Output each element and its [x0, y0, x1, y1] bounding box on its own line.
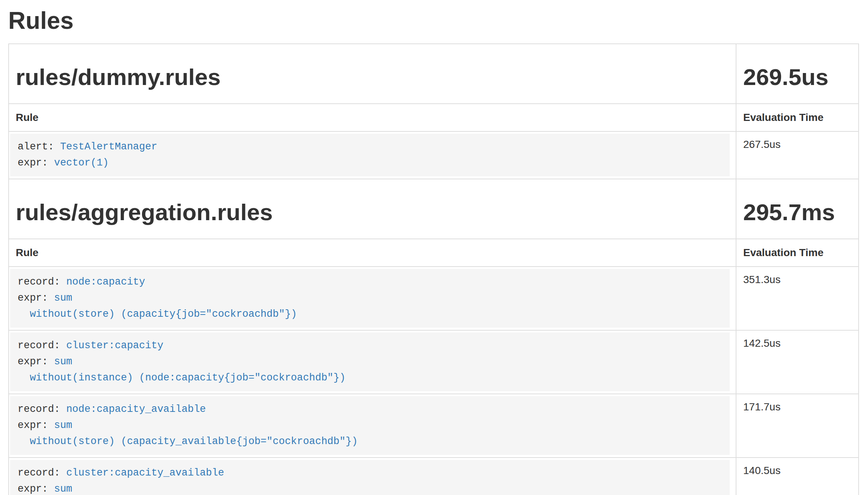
rule-cell: record: node:capacityexpr: sum without(s… — [9, 267, 736, 330]
column-header-evaluation-time: Evaluation Time — [736, 239, 859, 267]
rule-row: record: cluster:capacity_availableexpr: … — [9, 458, 859, 495]
group-file-name: rules/dummy.rules — [16, 64, 729, 90]
expression-link[interactable]: node:capacity — [66, 276, 145, 288]
rule-keyword: expr: — [18, 292, 54, 304]
rule-code-line: alert: TestAlertManager — [18, 139, 722, 155]
group-header-row: rules/dummy.rules 269.5us — [9, 44, 859, 104]
rule-code-line: expr: vector(1) — [18, 155, 722, 171]
rule-code-block: record: cluster:capacityexpr: sum withou… — [10, 332, 730, 391]
expression-link[interactable]: node:capacity_available — [66, 404, 206, 415]
rule-keyword: record: — [18, 276, 66, 288]
rule-code-line: expr: sum — [18, 417, 722, 434]
column-header-rule: Rule — [9, 104, 736, 131]
rule-evaluation-time: 140.5us — [736, 458, 859, 495]
rule-code-line: expr: sum — [18, 481, 722, 495]
group-file-cell: rules/dummy.rules — [9, 44, 736, 104]
rule-code-block: record: node:capacityexpr: sum without(s… — [10, 269, 730, 328]
rule-code-line: record: cluster:capacity — [18, 338, 722, 354]
rule-code-line: expr: sum — [18, 354, 722, 370]
group-evaluation-time: 295.7ms — [743, 200, 852, 225]
rule-keyword: alert: — [18, 141, 60, 152]
column-header-row: Rule Evaluation Time — [9, 104, 859, 131]
rule-code-line: record: node:capacity_available — [18, 401, 722, 417]
column-header-row: Rule Evaluation Time — [9, 239, 859, 267]
page-title: Rules — [8, 7, 858, 34]
rule-code-line: record: node:capacity — [18, 274, 722, 290]
expression-link[interactable]: sum — [54, 420, 72, 431]
rule-keyword: expr: — [18, 420, 54, 431]
rule-keyword: record: — [18, 340, 66, 351]
rule-evaluation-time: 142.5us — [736, 330, 859, 394]
rule-code-line: record: cluster:capacity_available — [18, 465, 722, 481]
expression-link[interactable]: cluster:capacity — [66, 340, 163, 351]
rule-keyword: expr: — [18, 483, 54, 495]
rule-code-line: without(instance) (node:capacity{job="co… — [18, 370, 722, 386]
expression-link[interactable]: sum — [54, 356, 72, 367]
expression-link[interactable]: cluster:capacity_available — [66, 467, 224, 479]
expression-link[interactable]: sum — [54, 292, 72, 304]
rule-keyword: expr: — [18, 356, 54, 367]
rule-row: record: node:capacityexpr: sum without(s… — [9, 267, 859, 330]
group-file-name: rules/aggregation.rules — [16, 200, 729, 225]
rule-cell: alert: TestAlertManagerexpr: vector(1) — [9, 131, 736, 179]
rule-evaluation-time: 351.3us — [736, 267, 859, 330]
rule-code-line: expr: sum — [18, 290, 722, 306]
rules-page: { "page": { "title": "Rules" }, "table":… — [0, 0, 868, 495]
rule-code-line: without(store) (capacity_available{job="… — [18, 434, 722, 450]
group-evaluation-time-cell: 295.7ms — [736, 179, 859, 239]
column-header-evaluation-time: Evaluation Time — [736, 104, 859, 131]
expression-link[interactable]: vector(1) — [54, 157, 109, 168]
group-evaluation-time-cell: 269.5us — [736, 44, 859, 104]
expression-link[interactable]: without(store) (capacity_available{job="… — [18, 436, 358, 447]
rule-keyword: record: — [18, 467, 66, 479]
group-evaluation-time: 269.5us — [743, 64, 852, 90]
rule-cell: record: cluster:capacity_availableexpr: … — [9, 458, 736, 495]
expression-link[interactable]: without(instance) (node:capacity{job="co… — [18, 372, 346, 383]
rule-cell: record: cluster:capacityexpr: sum withou… — [9, 330, 736, 394]
rule-keyword: expr: — [18, 157, 54, 168]
rule-code-block: record: node:capacity_availableexpr: sum… — [10, 396, 730, 455]
expression-link[interactable]: sum — [54, 483, 72, 495]
expression-link[interactable]: without(store) (capacity{job="cockroachd… — [18, 309, 297, 320]
rule-code-block: alert: TestAlertManagerexpr: vector(1) — [10, 134, 730, 176]
rule-cell: record: node:capacity_availableexpr: sum… — [9, 394, 736, 458]
rule-code-block: record: cluster:capacity_availableexpr: … — [10, 460, 730, 495]
rule-row: alert: TestAlertManagerexpr: vector(1) 2… — [9, 131, 859, 179]
rule-evaluation-time: 171.7us — [736, 394, 859, 458]
expression-link[interactable]: TestAlertManager — [60, 141, 157, 152]
rule-code-line: without(store) (capacity{job="cockroachd… — [18, 306, 722, 322]
rule-evaluation-time: 267.5us — [736, 131, 859, 179]
rule-row: record: node:capacity_availableexpr: sum… — [9, 394, 859, 458]
rules-table: rules/dummy.rules 269.5us Rule Evaluatio… — [8, 43, 859, 495]
group-file-cell: rules/aggregation.rules — [9, 179, 736, 239]
rule-keyword: record: — [18, 404, 66, 415]
column-header-rule: Rule — [9, 239, 736, 267]
group-header-row: rules/aggregation.rules 295.7ms — [9, 179, 859, 239]
rule-row: record: cluster:capacityexpr: sum withou… — [9, 330, 859, 394]
